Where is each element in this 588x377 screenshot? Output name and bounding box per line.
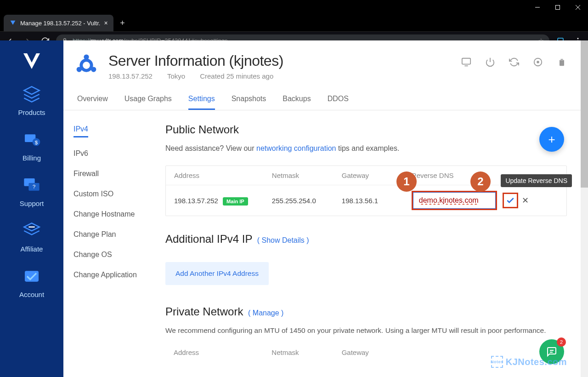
cancel-rdns-button[interactable]: ✕ (522, 195, 529, 206)
reverse-dns-input[interactable] (413, 192, 496, 209)
tab-close-icon[interactable]: × (104, 19, 107, 27)
vertical-scrollbar[interactable] (581, 40, 588, 377)
add-ipv4-button[interactable]: Add Another IPv4 Address (165, 262, 269, 285)
settings-panel: Public Network Need assistance? View our… (165, 123, 567, 362)
svg-point-19 (84, 54, 89, 59)
table-row: 198.13.57.252 Main IP 255.255.254.0 198.… (166, 185, 566, 216)
main-ip-badge: Main IP (223, 197, 248, 206)
col-netmask: Netmask (272, 171, 342, 179)
server-created: Created 25 minutes ago (200, 72, 273, 80)
svg-point-26 (537, 61, 539, 63)
tab-snapshots[interactable]: Snapshots (232, 95, 266, 110)
chat-badge: 2 (557, 337, 566, 347)
subnav-ipv4[interactable]: IPv4 (74, 125, 88, 137)
additional-ipv4-heading: Additional IPv4 IP ( Show Details ) (165, 233, 567, 246)
cell-gateway: 198.13.56.1 (342, 197, 412, 205)
watermark-icon: Notes (491, 356, 503, 368)
server-tabs: Overview Usage Graphs Settings Snapshots… (63, 89, 581, 110)
sidebar-item-products[interactable]: Products (18, 84, 45, 116)
private-network-heading: Private Network ( Manage ) (165, 305, 567, 318)
settings-subnav: IPv4 IPv6 Firewall Custom ISO Change Hos… (74, 123, 156, 362)
public-network-heading: Public Network (165, 123, 567, 136)
account-card-icon (20, 266, 44, 287)
subnav-change-os[interactable]: Change OS (74, 251, 156, 259)
restart-button[interactable] (509, 57, 519, 67)
svg-text:?: ? (33, 183, 36, 189)
networking-config-link[interactable]: networking configuration (256, 144, 336, 152)
svg-point-18 (81, 60, 92, 71)
affiliate-share-icon (20, 220, 44, 241)
svg-point-5 (577, 38, 579, 39)
svg-marker-8 (24, 86, 39, 94)
new-tab-button[interactable]: + (116, 15, 129, 31)
show-details-link[interactable]: ( Show Details ) (257, 236, 309, 244)
col-address: Address (174, 171, 272, 179)
sidebar-item-billing[interactable]: $ Billing (20, 129, 44, 162)
sidebar-item-account[interactable]: Account (19, 266, 44, 298)
ubuntu-os-icon (74, 52, 99, 78)
subnav-ipv6[interactable]: IPv6 (74, 149, 156, 158)
annotation-box-1 (412, 191, 497, 210)
window-close-button[interactable] (568, 0, 588, 15)
annotation-badge-1: 1 (396, 171, 417, 192)
window-maximize-button[interactable] (548, 0, 568, 15)
subnav-firewall[interactable]: Firewall (74, 170, 156, 178)
public-network-desc: Need assistance? View our networking con… (165, 144, 567, 153)
add-fab-button[interactable]: + (539, 127, 564, 152)
annotation-badge-2: 2 (470, 171, 491, 192)
subnav-custom-iso[interactable]: Custom ISO (74, 190, 156, 198)
tab-settings[interactable]: Settings (188, 95, 215, 110)
update-rdns-tooltip: Update Reverse DNS (501, 174, 572, 187)
svg-rect-22 (462, 58, 470, 64)
subnav-change-hostname[interactable]: Change Hostname (74, 210, 156, 218)
public-ip-table: Address Netmask Gateway Reverse DNS 198.… (165, 166, 567, 216)
reinstall-button[interactable] (533, 57, 543, 67)
sidebar-item-affiliate[interactable]: Affiliate (20, 220, 44, 253)
page-title: Server Information (kjnotes) (108, 52, 283, 69)
browser-tab[interactable]: Manage 198.13.57.252 - Vultr. × (4, 15, 113, 31)
server-location: Tokyo (167, 72, 185, 80)
cell-address: 198.13.57.252 (174, 197, 218, 205)
browser-tab-bar: Manage 198.13.57.252 - Vultr. × + (0, 15, 588, 31)
products-stack-icon (20, 84, 44, 105)
watermark: Notes KJNotes.com (491, 356, 567, 368)
browser-tab-title: Manage 198.13.57.252 - Vultr. (20, 20, 100, 27)
billing-money-icon: $ (20, 129, 44, 150)
svg-rect-17 (25, 271, 39, 281)
cell-netmask: 255.255.254.0 (272, 197, 342, 205)
svg-point-20 (91, 67, 96, 72)
page-header: Server Information (kjnotes) 198.13.57.2… (63, 40, 581, 85)
support-chat-icon: ? (20, 175, 44, 196)
primary-sidebar: Products $ Billing ? Support Affiliate A… (0, 40, 63, 377)
sidebar-item-support[interactable]: ? Support (20, 175, 44, 207)
tab-usage-graphs[interactable]: Usage Graphs (124, 95, 172, 110)
tab-backups[interactable]: Backups (283, 95, 311, 110)
server-ip: 198.13.57.252 (108, 72, 153, 80)
os-titlebar (0, 0, 588, 15)
power-button[interactable] (485, 57, 495, 67)
console-button[interactable] (461, 57, 471, 67)
private-network-desc: We recommend configuring an MTU of 1450 … (165, 326, 567, 335)
svg-rect-1 (556, 6, 560, 10)
svg-text:$: $ (35, 139, 38, 145)
window-minimize-button[interactable] (527, 0, 548, 15)
svg-point-21 (77, 67, 82, 72)
confirm-rdns-button[interactable] (503, 193, 518, 208)
manage-private-link[interactable]: ( Manage ) (248, 309, 283, 317)
main-content: Server Information (kjnotes) 198.13.57.2… (63, 40, 581, 377)
vultr-favicon-icon (9, 19, 17, 27)
tab-ddos[interactable]: DDOS (328, 95, 349, 110)
subnav-change-application[interactable]: Change Application (74, 271, 156, 279)
subnav-change-plan[interactable]: Change Plan (74, 230, 156, 239)
vultr-logo-icon[interactable] (21, 52, 43, 71)
tab-overview[interactable]: Overview (77, 95, 108, 110)
delete-button[interactable] (557, 57, 567, 67)
